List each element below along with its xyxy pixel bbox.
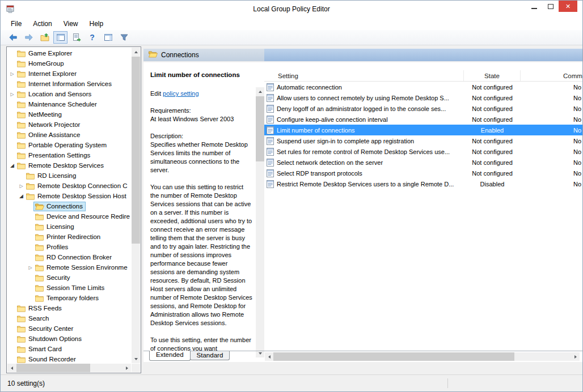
detail-scrollbar[interactable] bbox=[256, 87, 264, 357]
setting-comment: No bbox=[521, 148, 582, 155]
tree-item[interactable]: Temporary folders bbox=[7, 293, 131, 303]
folder-icon bbox=[26, 182, 35, 190]
maximize-button[interactable] bbox=[542, 1, 559, 12]
column-header-comment[interactable]: Comment bbox=[521, 70, 582, 81]
tree-item[interactable]: Security Center bbox=[7, 323, 131, 334]
tree-item[interactable]: Device and Resource Redire bbox=[7, 211, 131, 221]
tree-item[interactable]: Search bbox=[7, 313, 131, 323]
folder-icon bbox=[35, 244, 44, 251]
menu-view[interactable]: View bbox=[58, 18, 84, 29]
table-row[interactable]: Set rules for remote control of Remote D… bbox=[264, 146, 582, 157]
description-paragraph: Specifies whether Remote Desktop Service… bbox=[150, 140, 254, 174]
tree-item[interactable]: Online Assistance bbox=[7, 130, 131, 140]
tree-item[interactable]: Internet Information Services bbox=[7, 79, 131, 89]
tree-item-label: Remote Desktop Connection C bbox=[37, 182, 128, 189]
help-button[interactable]: ? bbox=[85, 31, 99, 44]
tree-item[interactable]: ▷ Remote Session Environme bbox=[7, 262, 131, 272]
back-button[interactable] bbox=[6, 31, 20, 44]
tab-extended[interactable]: Extended bbox=[149, 351, 191, 361]
edit-policy-setting-link[interactable]: policy setting bbox=[163, 90, 199, 97]
tree-item[interactable]: Smart Card bbox=[7, 344, 131, 354]
scroll-down-button[interactable] bbox=[132, 355, 140, 363]
tree-vertical-scrollbar[interactable] bbox=[132, 48, 140, 363]
tree-item[interactable]: ▷ Location and Sensors bbox=[7, 89, 131, 99]
show-console-tree-button[interactable] bbox=[53, 31, 67, 44]
menu-file[interactable]: File bbox=[5, 18, 27, 29]
tree-item[interactable]: Profiles bbox=[7, 242, 131, 252]
policy-description: Edit policy setting Requirements: At lea… bbox=[143, 87, 256, 362]
folder-icon bbox=[17, 335, 26, 343]
scroll-thumb[interactable] bbox=[16, 364, 90, 372]
tree-item[interactable]: HomeGroup bbox=[7, 58, 131, 69]
policy-setting-icon bbox=[267, 83, 274, 91]
tree-item[interactable]: Portable Operating System bbox=[7, 140, 131, 150]
table-row[interactable]: Deny logoff of an administrator logged i… bbox=[264, 103, 582, 114]
table-row[interactable]: Limit number of connections Enabled No bbox=[264, 125, 582, 135]
column-header-setting[interactable]: Setting bbox=[264, 70, 464, 81]
tree-item[interactable]: ▷ Remote Desktop Connection C bbox=[7, 181, 131, 191]
setting-name: Allow users to connect remotely by using… bbox=[277, 95, 449, 101]
folder-icon bbox=[17, 315, 26, 322]
titlebar: Local Group Policy Editor ✕ bbox=[1, 1, 582, 18]
scroll-thumb[interactable] bbox=[256, 96, 264, 161]
table-row[interactable]: Suspend user sign-in to complete app reg… bbox=[264, 135, 582, 146]
tree-item[interactable]: Network Projector bbox=[7, 120, 131, 130]
close-button[interactable]: ✕ bbox=[559, 1, 577, 12]
policy-setting-icon bbox=[267, 180, 274, 188]
tree-item[interactable]: Game Explorer bbox=[7, 48, 131, 58]
tree-expander-icon[interactable]: ▷ bbox=[27, 265, 34, 270]
tree-item[interactable]: Sound Recorder bbox=[7, 354, 131, 363]
export-list-button[interactable] bbox=[69, 31, 83, 44]
column-header-state[interactable]: State bbox=[464, 70, 521, 81]
tree-expander-icon[interactable]: ▷ bbox=[18, 184, 25, 189]
tree-item-label: Location and Sensors bbox=[28, 91, 91, 97]
tree-item[interactable]: RSS Feeds bbox=[7, 303, 131, 313]
table-row[interactable]: Allow users to connect remotely by using… bbox=[264, 92, 582, 103]
tree-item[interactable]: Maintenance Scheduler bbox=[7, 99, 131, 109]
tree-item[interactable]: Licensing bbox=[7, 221, 131, 232]
scroll-thumb[interactable] bbox=[132, 57, 140, 244]
scroll-up-button[interactable] bbox=[132, 48, 140, 56]
tree-item[interactable]: ▷ Internet Explorer bbox=[7, 69, 131, 79]
show-action-pane-button[interactable] bbox=[101, 31, 115, 44]
tree-item[interactable]: Security bbox=[7, 272, 131, 283]
table-row[interactable]: Select network detection on the server N… bbox=[264, 157, 582, 168]
show-console-tree-icon bbox=[56, 33, 65, 42]
minimize-button[interactable] bbox=[526, 1, 542, 12]
tree-item[interactable]: RD Connection Broker bbox=[7, 252, 131, 262]
tree-item[interactable]: Session Time Limits bbox=[7, 283, 131, 293]
scroll-up-button[interactable] bbox=[256, 87, 264, 96]
table-row[interactable]: Select RDP transport protocols Not confi… bbox=[264, 168, 582, 178]
tree-item[interactable]: Printer Redirection bbox=[7, 232, 131, 242]
tree-item[interactable]: Connections bbox=[7, 201, 131, 211]
tree-item[interactable]: Presentation Settings bbox=[7, 150, 131, 160]
tree-expander-icon[interactable]: ▷ bbox=[9, 92, 16, 97]
scroll-left-button[interactable] bbox=[7, 364, 16, 372]
table-row[interactable]: Automatic reconnection Not configured No bbox=[264, 82, 582, 92]
tree-item-label: Internet Information Services bbox=[28, 80, 112, 87]
folder-icon bbox=[17, 70, 26, 78]
tree-expander-icon[interactable]: ◢ bbox=[18, 193, 25, 199]
tree-item[interactable]: NetMeeting bbox=[7, 109, 131, 120]
menu-action[interactable]: Action bbox=[27, 18, 57, 29]
filter-button[interactable] bbox=[117, 31, 131, 44]
forward-button[interactable] bbox=[22, 31, 36, 44]
up-one-level-button[interactable] bbox=[37, 31, 52, 44]
tree-expander-icon[interactable]: ◢ bbox=[9, 163, 16, 168]
tab-standard[interactable]: Standard bbox=[190, 351, 230, 360]
scroll-right-button[interactable] bbox=[122, 364, 131, 372]
folder-icon bbox=[17, 305, 26, 312]
tree-item[interactable]: RD Licensing bbox=[7, 171, 131, 181]
setting-state: Not configured bbox=[464, 116, 521, 123]
tree-expander-icon[interactable]: ▷ bbox=[9, 71, 16, 76]
tree-item[interactable]: Shutdown Options bbox=[7, 334, 131, 344]
folder-icon bbox=[17, 346, 26, 353]
tree-horizontal-scrollbar[interactable] bbox=[7, 364, 131, 372]
table-row[interactable]: Configure keep-alive connection interval… bbox=[264, 114, 582, 125]
table-row[interactable]: Restrict Remote Desktop Services users t… bbox=[264, 178, 582, 189]
setting-name: Suspend user sign-in to complete app reg… bbox=[277, 138, 414, 144]
tree-item[interactable]: ◢ Remote Desktop Session Host bbox=[7, 191, 131, 201]
tree-item[interactable]: ◢ Remote Desktop Services bbox=[7, 160, 131, 171]
menu-help[interactable]: Help bbox=[84, 18, 109, 29]
folder-icon bbox=[17, 50, 26, 57]
